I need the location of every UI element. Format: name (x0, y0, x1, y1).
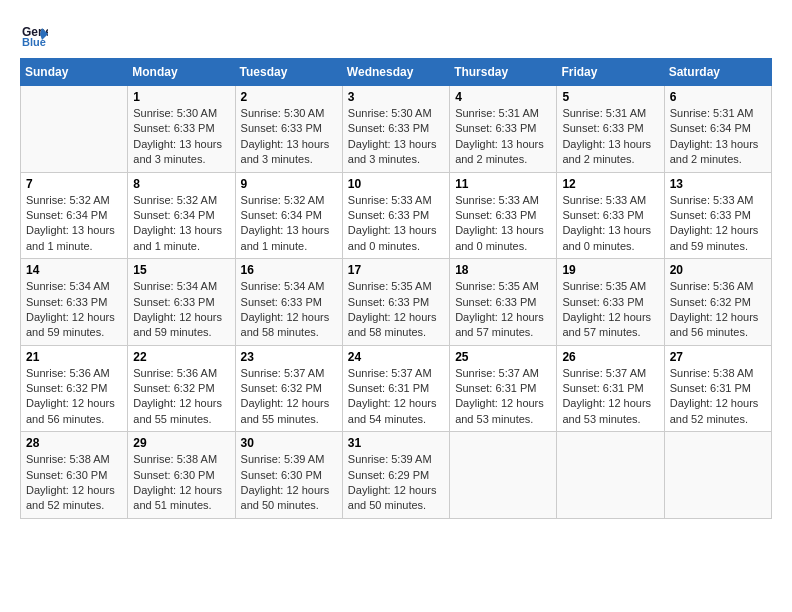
day-info: Sunrise: 5:32 AM Sunset: 6:34 PM Dayligh… (241, 193, 337, 255)
day-number: 16 (241, 263, 337, 277)
day-info: Sunrise: 5:35 AM Sunset: 6:33 PM Dayligh… (455, 279, 551, 341)
day-number: 19 (562, 263, 658, 277)
calendar-cell: 4Sunrise: 5:31 AM Sunset: 6:33 PM Daylig… (450, 86, 557, 173)
weekday-header: Friday (557, 59, 664, 86)
day-info: Sunrise: 5:33 AM Sunset: 6:33 PM Dayligh… (670, 193, 766, 255)
day-info: Sunrise: 5:37 AM Sunset: 6:31 PM Dayligh… (348, 366, 444, 428)
day-info: Sunrise: 5:30 AM Sunset: 6:33 PM Dayligh… (241, 106, 337, 168)
calendar-cell: 23Sunrise: 5:37 AM Sunset: 6:32 PM Dayli… (235, 345, 342, 432)
calendar-cell: 2Sunrise: 5:30 AM Sunset: 6:33 PM Daylig… (235, 86, 342, 173)
calendar-week-row: 7Sunrise: 5:32 AM Sunset: 6:34 PM Daylig… (21, 172, 772, 259)
day-number: 7 (26, 177, 122, 191)
day-number: 3 (348, 90, 444, 104)
day-number: 22 (133, 350, 229, 364)
day-info: Sunrise: 5:39 AM Sunset: 6:30 PM Dayligh… (241, 452, 337, 514)
calendar-cell: 11Sunrise: 5:33 AM Sunset: 6:33 PM Dayli… (450, 172, 557, 259)
day-number: 12 (562, 177, 658, 191)
calendar-cell: 19Sunrise: 5:35 AM Sunset: 6:33 PM Dayli… (557, 259, 664, 346)
day-info: Sunrise: 5:33 AM Sunset: 6:33 PM Dayligh… (455, 193, 551, 255)
day-info: Sunrise: 5:38 AM Sunset: 6:30 PM Dayligh… (26, 452, 122, 514)
day-number: 20 (670, 263, 766, 277)
calendar-cell: 24Sunrise: 5:37 AM Sunset: 6:31 PM Dayli… (342, 345, 449, 432)
weekday-header: Wednesday (342, 59, 449, 86)
day-number: 14 (26, 263, 122, 277)
day-info: Sunrise: 5:37 AM Sunset: 6:32 PM Dayligh… (241, 366, 337, 428)
day-info: Sunrise: 5:37 AM Sunset: 6:31 PM Dayligh… (455, 366, 551, 428)
day-info: Sunrise: 5:32 AM Sunset: 6:34 PM Dayligh… (133, 193, 229, 255)
calendar-cell: 7Sunrise: 5:32 AM Sunset: 6:34 PM Daylig… (21, 172, 128, 259)
day-info: Sunrise: 5:35 AM Sunset: 6:33 PM Dayligh… (562, 279, 658, 341)
day-info: Sunrise: 5:34 AM Sunset: 6:33 PM Dayligh… (241, 279, 337, 341)
day-number: 18 (455, 263, 551, 277)
day-info: Sunrise: 5:36 AM Sunset: 6:32 PM Dayligh… (670, 279, 766, 341)
logo: General Blue (20, 20, 52, 48)
day-number: 1 (133, 90, 229, 104)
day-number: 29 (133, 436, 229, 450)
day-number: 8 (133, 177, 229, 191)
day-number: 23 (241, 350, 337, 364)
calendar-cell: 20Sunrise: 5:36 AM Sunset: 6:32 PM Dayli… (664, 259, 771, 346)
calendar-cell: 15Sunrise: 5:34 AM Sunset: 6:33 PM Dayli… (128, 259, 235, 346)
weekday-header: Thursday (450, 59, 557, 86)
calendar-cell: 12Sunrise: 5:33 AM Sunset: 6:33 PM Dayli… (557, 172, 664, 259)
calendar-cell (450, 432, 557, 519)
day-number: 25 (455, 350, 551, 364)
calendar-week-row: 1Sunrise: 5:30 AM Sunset: 6:33 PM Daylig… (21, 86, 772, 173)
calendar-cell: 27Sunrise: 5:38 AM Sunset: 6:31 PM Dayli… (664, 345, 771, 432)
day-info: Sunrise: 5:38 AM Sunset: 6:31 PM Dayligh… (670, 366, 766, 428)
calendar-cell: 13Sunrise: 5:33 AM Sunset: 6:33 PM Dayli… (664, 172, 771, 259)
day-number: 9 (241, 177, 337, 191)
day-number: 24 (348, 350, 444, 364)
calendar-cell: 1Sunrise: 5:30 AM Sunset: 6:33 PM Daylig… (128, 86, 235, 173)
day-number: 10 (348, 177, 444, 191)
calendar-cell: 21Sunrise: 5:36 AM Sunset: 6:32 PM Dayli… (21, 345, 128, 432)
calendar-cell: 6Sunrise: 5:31 AM Sunset: 6:34 PM Daylig… (664, 86, 771, 173)
day-info: Sunrise: 5:31 AM Sunset: 6:33 PM Dayligh… (455, 106, 551, 168)
day-info: Sunrise: 5:32 AM Sunset: 6:34 PM Dayligh… (26, 193, 122, 255)
day-number: 11 (455, 177, 551, 191)
calendar-cell: 14Sunrise: 5:34 AM Sunset: 6:33 PM Dayli… (21, 259, 128, 346)
day-number: 26 (562, 350, 658, 364)
calendar-cell: 17Sunrise: 5:35 AM Sunset: 6:33 PM Dayli… (342, 259, 449, 346)
calendar-cell (21, 86, 128, 173)
calendar-cell: 16Sunrise: 5:34 AM Sunset: 6:33 PM Dayli… (235, 259, 342, 346)
day-info: Sunrise: 5:35 AM Sunset: 6:33 PM Dayligh… (348, 279, 444, 341)
day-info: Sunrise: 5:31 AM Sunset: 6:33 PM Dayligh… (562, 106, 658, 168)
weekday-header: Tuesday (235, 59, 342, 86)
day-number: 4 (455, 90, 551, 104)
calendar-cell: 9Sunrise: 5:32 AM Sunset: 6:34 PM Daylig… (235, 172, 342, 259)
logo-icon: General Blue (20, 20, 48, 48)
day-info: Sunrise: 5:39 AM Sunset: 6:29 PM Dayligh… (348, 452, 444, 514)
calendar-cell: 30Sunrise: 5:39 AM Sunset: 6:30 PM Dayli… (235, 432, 342, 519)
day-info: Sunrise: 5:34 AM Sunset: 6:33 PM Dayligh… (133, 279, 229, 341)
calendar-table: SundayMondayTuesdayWednesdayThursdayFrid… (20, 58, 772, 519)
weekday-header: Monday (128, 59, 235, 86)
day-info: Sunrise: 5:34 AM Sunset: 6:33 PM Dayligh… (26, 279, 122, 341)
day-info: Sunrise: 5:30 AM Sunset: 6:33 PM Dayligh… (348, 106, 444, 168)
weekday-header: Sunday (21, 59, 128, 86)
day-info: Sunrise: 5:36 AM Sunset: 6:32 PM Dayligh… (26, 366, 122, 428)
calendar-cell (664, 432, 771, 519)
day-number: 27 (670, 350, 766, 364)
day-info: Sunrise: 5:37 AM Sunset: 6:31 PM Dayligh… (562, 366, 658, 428)
calendar-week-row: 21Sunrise: 5:36 AM Sunset: 6:32 PM Dayli… (21, 345, 772, 432)
day-number: 31 (348, 436, 444, 450)
day-info: Sunrise: 5:30 AM Sunset: 6:33 PM Dayligh… (133, 106, 229, 168)
day-info: Sunrise: 5:33 AM Sunset: 6:33 PM Dayligh… (348, 193, 444, 255)
calendar-cell: 25Sunrise: 5:37 AM Sunset: 6:31 PM Dayli… (450, 345, 557, 432)
day-info: Sunrise: 5:36 AM Sunset: 6:32 PM Dayligh… (133, 366, 229, 428)
calendar-cell: 29Sunrise: 5:38 AM Sunset: 6:30 PM Dayli… (128, 432, 235, 519)
day-info: Sunrise: 5:31 AM Sunset: 6:34 PM Dayligh… (670, 106, 766, 168)
day-number: 17 (348, 263, 444, 277)
weekday-header: Saturday (664, 59, 771, 86)
page-header: General Blue (20, 20, 772, 48)
calendar-cell: 10Sunrise: 5:33 AM Sunset: 6:33 PM Dayli… (342, 172, 449, 259)
calendar-cell: 5Sunrise: 5:31 AM Sunset: 6:33 PM Daylig… (557, 86, 664, 173)
calendar-cell: 31Sunrise: 5:39 AM Sunset: 6:29 PM Dayli… (342, 432, 449, 519)
calendar-cell: 8Sunrise: 5:32 AM Sunset: 6:34 PM Daylig… (128, 172, 235, 259)
day-number: 5 (562, 90, 658, 104)
calendar-week-row: 14Sunrise: 5:34 AM Sunset: 6:33 PM Dayli… (21, 259, 772, 346)
day-number: 6 (670, 90, 766, 104)
calendar-cell: 26Sunrise: 5:37 AM Sunset: 6:31 PM Dayli… (557, 345, 664, 432)
day-number: 28 (26, 436, 122, 450)
